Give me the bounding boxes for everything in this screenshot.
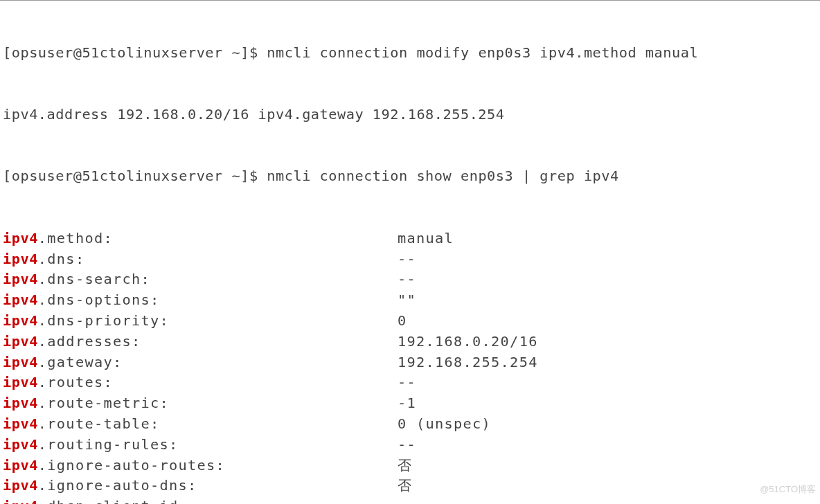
output-row: ipv4.routes:-- (3, 372, 817, 393)
prompt-bracket: [ (3, 44, 12, 61)
property-name: .ignore-auto-dns: (38, 477, 197, 494)
prompt-user-host: opsuser@51ctolinuxserver ~]$ (12, 44, 267, 61)
grep-match: ipv4 (3, 312, 38, 329)
property-name: .addresses: (38, 333, 141, 350)
property-name: .method: (38, 230, 113, 246)
output-row: ipv4.ignore-auto-routes:否 (3, 456, 817, 476)
property-name: .gateway: (38, 354, 123, 370)
property-value: 否 (398, 456, 412, 476)
grep-match: ipv4 (3, 395, 38, 411)
property-name: .dns-options: (38, 291, 160, 308)
command-text: nmcli connection modify enp0s3 ipv4.meth… (267, 44, 698, 61)
property-name: .ignore-auto-routes: (38, 457, 225, 474)
property-value: -- (398, 496, 416, 504)
property-value: 否 (398, 476, 412, 496)
command-text: ipv4.address 192.168.0.20/16 ipv4.gatewa… (3, 106, 505, 123)
grep-match: ipv4 (3, 415, 38, 432)
terminal-output[interactable]: [opsuser@51ctolinuxserver ~]$ nmcli conn… (0, 0, 820, 504)
output-row: ipv4.ignore-auto-dns:否 (3, 476, 817, 496)
grep-match: ipv4 (3, 354, 38, 370)
grep-match: ipv4 (3, 498, 38, 504)
property-value: 0 (unspec) (398, 414, 491, 435)
output-row: ipv4.dhcp-client-id:-- (3, 496, 817, 504)
property-name: .dhcp-client-id: (38, 498, 188, 504)
property-value: 192.168.0.20/16 (398, 332, 538, 352)
property-name: .route-table: (38, 415, 160, 432)
property-name: .dns-priority: (38, 312, 169, 329)
grep-match: ipv4 (3, 457, 38, 474)
grep-match: ipv4 (3, 477, 38, 494)
property-name: .routes: (38, 374, 113, 390)
grep-match: ipv4 (3, 436, 38, 453)
watermark: @51CTO博客 (760, 479, 816, 500)
property-name: .dns: (38, 251, 85, 267)
prompt-user-host: opsuser@51ctolinuxserver ~]$ (12, 168, 267, 184)
property-value: 0 (398, 311, 407, 332)
property-value: -1 (398, 393, 416, 414)
output-row: ipv4.route-metric:-1 (3, 393, 817, 414)
property-value: -- (398, 269, 416, 290)
output-row: ipv4.gateway:192.168.255.254 (3, 352, 817, 373)
command-line-2: [opsuser@51ctolinuxserver ~]$ nmcli conn… (3, 166, 817, 187)
command-line-1-wrap: ipv4.address 192.168.0.20/16 ipv4.gatewa… (3, 105, 817, 125)
property-value: -- (398, 249, 416, 270)
property-value: -- (398, 435, 416, 456)
grep-match: ipv4 (3, 374, 38, 390)
grep-match: ipv4 (3, 333, 38, 350)
grep-match: ipv4 (3, 230, 38, 246)
output-row: ipv4.dns-search:-- (3, 269, 817, 290)
output-row: ipv4.addresses:192.168.0.20/16 (3, 332, 817, 352)
command-text: nmcli connection show enp0s3 | grep ipv4 (267, 168, 618, 184)
property-value: manual (398, 228, 454, 249)
output-row: ipv4.route-table:0 (unspec) (3, 414, 817, 435)
property-name: .route-metric: (38, 395, 169, 411)
property-value: "" (398, 290, 416, 311)
output-row: ipv4.routing-rules:-- (3, 435, 817, 456)
grep-match: ipv4 (3, 291, 38, 308)
command-line-1: [opsuser@51ctolinuxserver ~]$ nmcli conn… (3, 43, 817, 64)
prompt-bracket: [ (3, 168, 12, 184)
property-name: .routing-rules: (38, 436, 179, 453)
property-name: .dns-search: (38, 271, 150, 287)
grep-match: ipv4 (3, 251, 38, 267)
property-value: -- (398, 372, 416, 393)
grep-match: ipv4 (3, 271, 38, 287)
output-row: ipv4.method:manual (3, 228, 817, 249)
property-value: 192.168.255.254 (398, 352, 538, 373)
output-row: ipv4.dns-options:"" (3, 290, 817, 311)
output-row: ipv4.dns-priority:0 (3, 311, 817, 332)
output-row: ipv4.dns:-- (3, 249, 817, 270)
